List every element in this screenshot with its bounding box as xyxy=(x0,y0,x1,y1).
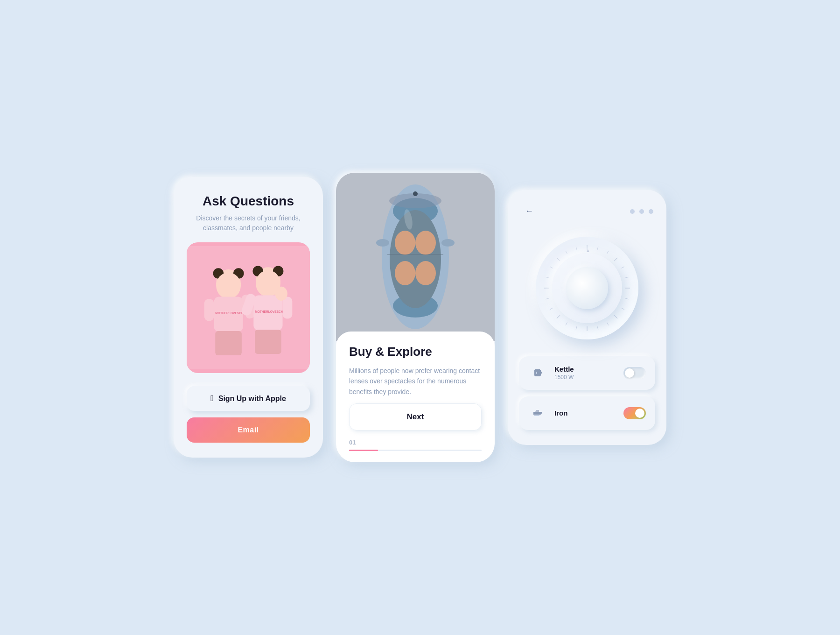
svg-point-27 xyxy=(395,261,415,285)
svg-line-36 xyxy=(597,247,598,250)
auth-actions:  Sign Up with Apple Email xyxy=(187,386,310,443)
ask-questions-subtitle: Discover the secrets of your friends,cla… xyxy=(196,213,300,233)
svg-line-37 xyxy=(607,251,609,254)
svg-line-44 xyxy=(614,315,617,318)
svg-rect-61 xyxy=(534,415,539,416)
back-icon: ← xyxy=(525,206,533,216)
svg-point-25 xyxy=(395,231,415,255)
back-button[interactable]: ← xyxy=(521,203,538,220)
email-button[interactable]: Email xyxy=(187,417,310,443)
knob-container: ▲ xyxy=(519,229,655,347)
iron-icon xyxy=(528,404,547,423)
kettle-icon xyxy=(528,364,547,382)
svg-line-40 xyxy=(625,277,629,278)
svg-rect-7 xyxy=(215,331,242,355)
hero-image-box: MOTHERLOVESCHOU MOTHERLOVESCHOU xyxy=(187,242,310,373)
svg-line-51 xyxy=(550,308,553,310)
svg-point-30 xyxy=(376,239,389,247)
svg-line-45 xyxy=(607,323,609,325)
svg-line-52 xyxy=(546,298,549,299)
kettle-watts: 1500 W xyxy=(554,374,616,381)
kettle-toggle[interactable] xyxy=(623,367,646,379)
ask-questions-title: Ask Questions xyxy=(203,194,294,209)
svg-point-31 xyxy=(441,239,455,247)
svg-line-39 xyxy=(622,267,624,268)
svg-point-4 xyxy=(216,273,241,299)
apple-btn-label: Sign Up with Apple xyxy=(218,395,286,403)
progress-bar-fill xyxy=(349,450,378,451)
svg-text:▲: ▲ xyxy=(586,248,590,253)
apple-icon:  xyxy=(210,394,214,403)
svg-line-49 xyxy=(566,323,567,325)
smart-header: ← xyxy=(519,203,655,220)
svg-point-33 xyxy=(413,191,418,196)
progress-label: 01 xyxy=(349,439,482,446)
card-smart-home: ← xyxy=(508,190,666,445)
svg-line-43 xyxy=(622,308,624,310)
svg-line-42 xyxy=(625,298,629,299)
svg-rect-18 xyxy=(283,297,293,319)
knob-outer[interactable]: ▲ xyxy=(536,237,638,339)
device-kettle: Kettle 1500 W xyxy=(519,356,655,390)
knob-inner xyxy=(552,253,622,323)
dot-2 xyxy=(639,209,644,214)
svg-rect-60 xyxy=(536,372,537,374)
knob-center xyxy=(566,267,608,309)
device-list: Kettle 1500 W Iron xyxy=(519,356,655,430)
explore-content: Buy & Explore Millions of people now pre… xyxy=(336,332,495,462)
screens-container: Ask Questions Discover the secrets of yo… xyxy=(174,173,666,462)
progress-bar-track xyxy=(349,450,482,451)
svg-line-38 xyxy=(614,258,617,261)
svg-line-54 xyxy=(546,277,549,278)
car-image-area xyxy=(336,173,495,341)
svg-line-58 xyxy=(576,247,577,250)
kettle-name: Kettle xyxy=(554,365,616,373)
explore-title: Buy & Explore xyxy=(349,345,482,359)
iron-info: Iron xyxy=(554,409,616,417)
explore-description: Millions of people now prefer wearing co… xyxy=(349,366,482,397)
svg-rect-16 xyxy=(255,330,281,354)
dot-indicators xyxy=(630,209,653,214)
iron-toggle-thumb xyxy=(635,409,644,418)
dot-1 xyxy=(630,209,635,214)
device-iron: Iron xyxy=(519,396,655,430)
svg-line-55 xyxy=(550,267,553,268)
svg-rect-8 xyxy=(204,299,214,321)
svg-point-24 xyxy=(390,210,441,308)
dot-3 xyxy=(649,209,653,214)
iron-name: Iron xyxy=(554,409,616,417)
kettle-info: Kettle 1500 W xyxy=(554,365,616,381)
card-buy-explore: Buy & Explore Millions of people now pre… xyxy=(336,173,495,462)
svg-line-57 xyxy=(566,251,567,254)
kettle-toggle-thumb xyxy=(625,368,634,378)
svg-point-19 xyxy=(275,287,287,301)
progress-section: 01 xyxy=(349,439,482,451)
svg-line-48 xyxy=(576,326,577,330)
svg-line-56 xyxy=(557,258,560,261)
svg-line-46 xyxy=(597,326,598,330)
iron-toggle[interactable] xyxy=(623,407,646,419)
card-ask-questions: Ask Questions Discover the secrets of yo… xyxy=(174,177,323,458)
svg-line-50 xyxy=(557,315,560,318)
sign-up-apple-button[interactable]:  Sign Up with Apple xyxy=(187,386,310,411)
svg-point-28 xyxy=(415,261,436,285)
next-button[interactable]: Next xyxy=(349,403,482,430)
svg-point-26 xyxy=(415,231,436,255)
